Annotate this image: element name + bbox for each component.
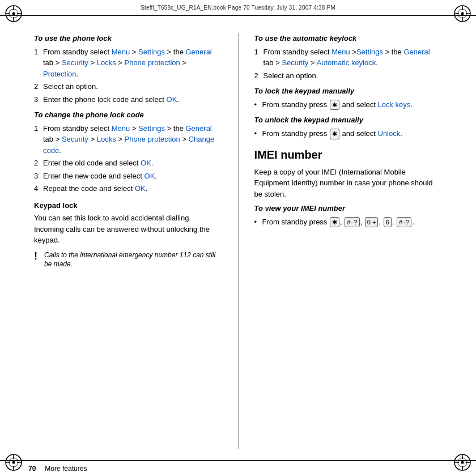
auto-keylock-link: Automatic keylock <box>316 58 376 67</box>
settings-link-3: Settings <box>356 48 383 56</box>
view-imei-bullet: • From standby press ✱, #–?, 0 +, 6, #–?… <box>254 216 443 228</box>
section-change-code-title: To change the phone lock code <box>34 109 222 121</box>
imei-body: Keep a copy of your IMEI (International … <box>254 167 443 200</box>
change-code-step-2: 2 Enter the old code and select OK. <box>34 158 222 169</box>
security-link-3: Security <box>282 58 308 67</box>
menu-link-1: Menu <box>112 48 130 56</box>
section-phone-lock-title: To use the phone lock <box>34 33 222 44</box>
ok-link-1: OK <box>167 95 177 104</box>
footer-bar: 70 More features <box>0 460 476 476</box>
general-link-2: General <box>186 124 212 133</box>
footer-text: More features <box>45 465 87 473</box>
note-text: Calls to the international emergency num… <box>44 250 222 270</box>
unlock-manual-bullet: • From standby press ✱ and select Unlock… <box>254 128 443 139</box>
auto-keylock-step-1: 1 From standby select Menu >Settings > t… <box>254 46 443 69</box>
phone-protection-link-1: Phone protection <box>124 58 180 67</box>
note-icon: ! <box>34 250 42 263</box>
security-link-2: Security <box>62 135 88 143</box>
general-link-1: General <box>186 48 212 56</box>
phone-lock-step-2: 2 Select an option. <box>34 81 222 92</box>
change-code-step-1: 1 From standby select Menu > Settings > … <box>34 123 222 156</box>
section-auto-keylock-title: To use the automatic keylock <box>254 33 443 44</box>
ok-link-4: OK <box>135 184 146 193</box>
lock-manual-bullet: • From standby press ✱ and select Lock k… <box>254 99 443 110</box>
phone-lock-step-1: 1 From standby select Menu > Settings > … <box>34 46 222 80</box>
column-divider <box>238 33 239 449</box>
ok-link-3: OK <box>144 172 155 180</box>
header-text: Steffi_T658c_UG_R1A_EN.book Page 70 Tues… <box>141 5 335 11</box>
settings-link-2: Settings <box>138 124 165 133</box>
hash-p-key-2: #–? <box>397 217 411 228</box>
security-link-1: Security <box>62 58 88 67</box>
locks-link-2: Locks <box>97 135 116 143</box>
unlock-link: Unlock <box>378 129 401 138</box>
left-column: To use the phone lock 1 From standby sel… <box>34 33 233 449</box>
section-lock-manual-title: To lock the keypad manually <box>254 86 443 97</box>
right-column: To use the automatic keylock 1 From stan… <box>243 33 443 449</box>
ok-link-2: OK <box>141 159 151 167</box>
phone-lock-step-3: 3 Enter the phone lock code and select O… <box>34 94 222 105</box>
menu-link-3: Menu <box>332 48 350 56</box>
protection-link-1: Protection <box>43 70 76 78</box>
star-key-2: ✱ <box>330 129 339 139</box>
lock-keys-link: Lock keys <box>378 100 411 109</box>
header-bar: Steffi_T658c_UG_R1A_EN.book Page 70 Tues… <box>0 0 476 16</box>
six-key: 6 <box>384 217 392 228</box>
phone-protection-link-2: Phone protection <box>124 135 180 143</box>
star-key-3: ✱ <box>330 217 339 228</box>
change-code-step-3: 3 Enter the new code and select OK. <box>34 171 222 182</box>
imei-heading: IMEI number <box>254 146 443 163</box>
keypad-lock-body: You can set this lock to avoid accidenta… <box>34 212 222 246</box>
star-key-1: ✱ <box>330 100 339 110</box>
section-unlock-manual-title: To unlock the keypad manually <box>254 114 443 126</box>
keypad-lock-title: Keypad lock <box>34 200 222 211</box>
section-view-imei-title: To view your IMEI number <box>254 203 443 214</box>
content-area: To use the phone lock 1 From standby sel… <box>28 16 448 460</box>
zero-plus-key: 0 + <box>365 217 379 228</box>
hash-p-key: #–? <box>345 217 359 228</box>
general-link-3: General <box>403 48 430 56</box>
locks-link-1: Locks <box>97 58 116 67</box>
change-code-step-4: 4 Repeat the code and select OK. <box>34 183 222 194</box>
settings-link-1: Settings <box>138 48 165 56</box>
page-number: 70 <box>28 465 36 473</box>
note-block: ! Calls to the international emergency n… <box>34 250 222 270</box>
auto-keylock-step-2: 2 Select an option. <box>254 70 443 82</box>
menu-link-2: Menu <box>112 124 130 133</box>
